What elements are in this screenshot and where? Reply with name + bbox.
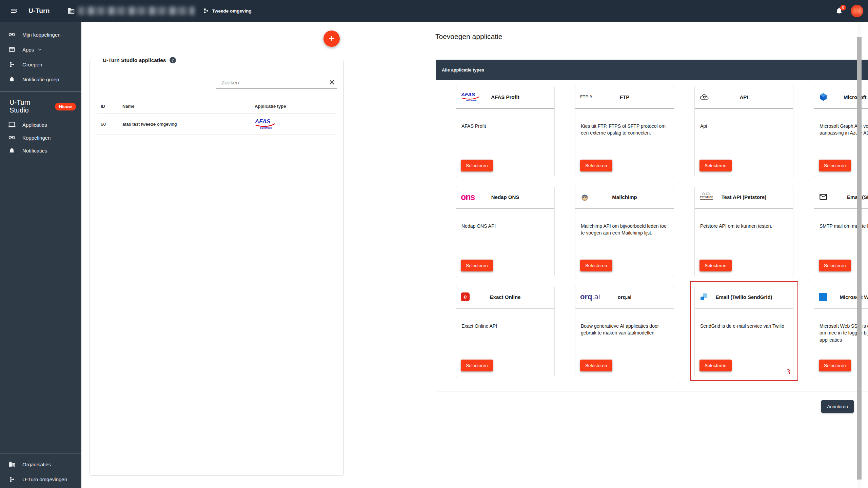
notifications-count-badge: 0: [840, 5, 846, 11]
sidebar-item-label: Notificatie groep: [22, 77, 59, 82]
help-icon[interactable]: ?: [170, 57, 176, 63]
sidebar-item-u-turn-omgevingen[interactable]: U-Turn omgevingen: [0, 472, 81, 487]
ms-graph-icon: [819, 89, 839, 104]
svg-text:PET STORE: PET STORE: [700, 196, 713, 198]
annuleren-button[interactable]: Annuleren: [821, 400, 854, 413]
organisation-switcher[interactable]: [67, 7, 194, 15]
dialog-divider: [436, 391, 868, 391]
applications-table-body: 60 afas test tweede omgeving AFASsoftwar…: [97, 114, 337, 135]
application-card-mailchimp: Mailchimp Mailchimp API om bijvoorbeeld …: [575, 186, 674, 277]
building-icon: [8, 461, 16, 468]
selecteren-button[interactable]: Selecteren: [461, 160, 493, 171]
sidebar-item-label: Applicaties: [22, 122, 47, 128]
application-card-afas-profit: AFASsoftware AFAS Profit AFAS Profit Sel…: [456, 86, 555, 177]
card-description: Mailchimp API om bijvoorbeeld leden toe …: [575, 208, 674, 237]
sendgrid-icon: [699, 289, 720, 304]
afas-icon: AFASsoftware: [255, 118, 334, 130]
selecteren-button[interactable]: Selecteren: [699, 360, 732, 371]
afas-icon: AFASsoftware: [461, 89, 481, 104]
notifications-button[interactable]: 0: [832, 4, 846, 18]
card-description: Exact Online API: [456, 308, 554, 329]
hierarchy-icon: [8, 475, 16, 483]
selecteren-button[interactable]: Selecteren: [461, 360, 493, 371]
selecteren-button[interactable]: Selecteren: [819, 260, 851, 271]
environment-switcher[interactable]: Tweede omgeving: [203, 8, 252, 14]
scrollbar-track[interactable]: [857, 22, 862, 488]
building-icon: [67, 7, 75, 15]
svg-text:software: software: [260, 126, 272, 129]
menu-open-icon[interactable]: [7, 4, 21, 18]
selecteren-button[interactable]: Selecteren: [461, 260, 493, 271]
application-card-api: API Api Selecteren: [694, 86, 793, 177]
sidebar-item-notificatie-groep[interactable]: Notificatie groep: [0, 72, 81, 87]
application-card-email-twilio-sendgrid: Email (Twilio SendGrid) SendGrid is de e…: [694, 286, 793, 377]
selecteren-button[interactable]: Selecteren: [580, 260, 612, 271]
application-card-test-api-petstore: PET STORE Test API (Petstore) Petstore A…: [694, 186, 793, 277]
card-description: Api: [695, 108, 793, 129]
column-header-id: ID: [97, 100, 120, 114]
studio-section-title: U-Turn Studio: [9, 99, 49, 114]
cell-id: 60: [97, 114, 120, 135]
sidebar-item-label: Apps: [22, 47, 34, 53]
selecteren-button[interactable]: Selecteren: [819, 360, 851, 371]
sidebar-item-label: Koppelingen: [22, 135, 51, 141]
svg-text:AFAS: AFAS: [461, 92, 475, 97]
clear-search-icon[interactable]: [328, 78, 336, 86]
panel-legend: U-Turn Studio applicaties ?: [100, 57, 179, 63]
apps-window-icon: [8, 46, 16, 53]
selecteren-button[interactable]: Selecteren: [699, 160, 732, 171]
app-title: U-Turn: [28, 7, 50, 15]
sidebar-divider: [0, 92, 81, 92]
add-application-button[interactable]: [323, 30, 340, 47]
api-cloud-icon: [699, 89, 720, 104]
sidebar-bottom-divider: [0, 453, 81, 453]
environment-label: Tweede omgeving: [212, 8, 252, 14]
sidebar-item-organisaties[interactable]: Organisaties: [0, 457, 81, 472]
search-input[interactable]: [216, 78, 337, 89]
application-card-exact-online: e Exact Online Exact Online API Selecter…: [456, 286, 555, 377]
application-card-nedap-ons: ons Nedap ONS Nedap ONS API Selecteren: [456, 186, 555, 277]
sidebar-item-label: Organisaties: [22, 462, 51, 467]
link-icon: [8, 31, 16, 38]
sidebar-item-applicaties[interactable]: Applicaties: [0, 118, 81, 131]
bell-icon: [8, 76, 16, 83]
application-types-accordion[interactable]: Alle applicatie types: [436, 60, 868, 80]
svg-text:software: software: [466, 99, 477, 102]
selecteren-button[interactable]: Selecteren: [580, 360, 612, 371]
sidebar-item-apps[interactable]: Apps: [0, 42, 81, 57]
selecteren-button[interactable]: Selecteren: [699, 260, 732, 271]
annotation-number: 3: [787, 367, 790, 376]
card-description: Kies uit FTP, FTPS of SFTP protocol om e…: [575, 108, 674, 137]
selecteren-button[interactable]: Selecteren: [580, 160, 612, 171]
sidebar-nav: Mijn koppelingen Apps Groepen Notificati…: [0, 22, 81, 488]
sidebar-bottom-list: Organisaties U-Turn omgevingen: [0, 457, 81, 487]
envelope-icon: [819, 189, 839, 204]
sidebar-item-groepen[interactable]: Groepen: [0, 57, 81, 72]
card-description: Bouw generatieve AI applicaties door geb…: [575, 308, 674, 337]
ms-square-icon: [819, 289, 839, 304]
laptop-icon: [8, 121, 16, 128]
application-card-orq-ai: orq.ai orq.ai Bouw generatieve AI applic…: [575, 286, 674, 377]
application-card-ftp: FTP:// FTP Kies uit FTP, FTPS of SFTP pr…: [575, 86, 674, 177]
link-icon: [8, 134, 16, 141]
exact-icon: e: [461, 289, 481, 304]
hierarchy-icon: [8, 61, 16, 68]
scrollbar-thumb[interactable]: [857, 37, 862, 480]
svg-text:AFAS: AFAS: [255, 118, 271, 125]
sidebar-studio-list: Applicaties Koppelingen Notificaties: [0, 118, 81, 157]
card-description: SendGrid is de e-mail service van Twilio: [695, 308, 793, 329]
main-content: U-Turn Studio applicaties ? ID Name Appl…: [81, 22, 868, 488]
orqai-icon: orq.ai: [580, 289, 600, 304]
sidebar-item-notificaties[interactable]: Notificaties: [0, 144, 81, 157]
sidebar-item-koppelingen[interactable]: Koppelingen: [0, 131, 81, 144]
column-header-name: Name: [120, 100, 252, 114]
selecteren-button[interactable]: Selecteren: [819, 160, 851, 171]
sidebar-item-label: Notificaties: [22, 148, 47, 154]
user-avatar[interactable]: [851, 5, 863, 17]
applications-table: ID Name Applicatie type 60 afas test twe…: [97, 100, 337, 135]
table-row-afas-test-tweede-omgeving[interactable]: 60 afas test tweede omgeving AFASsoftwar…: [97, 114, 337, 135]
sidebar-item-label: Groepen: [22, 62, 42, 67]
sidebar-item-mijn-koppelingen[interactable]: Mijn koppelingen: [0, 27, 81, 42]
dialog-title: Toevoegen applicatie: [435, 33, 502, 41]
nieuw-badge: Nieuw: [55, 103, 76, 110]
